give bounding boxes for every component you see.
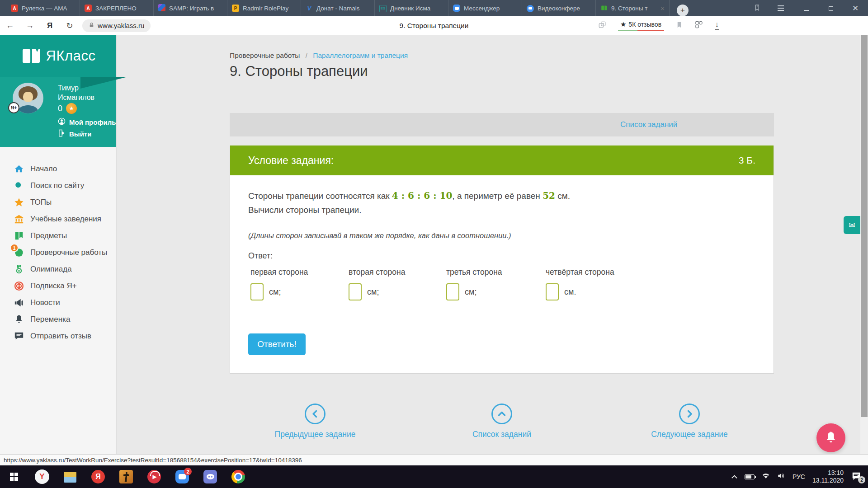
scrollbar-thumb[interactable]	[861, 35, 868, 417]
exercise-number-circle[interactable]	[472, 117, 486, 132]
answer-input[interactable]	[349, 283, 362, 300]
tab-favicon: P	[232, 5, 243, 12]
taskbar-app[interactable]	[112, 465, 140, 488]
browser-tab[interactable]: V Донат - Namals	[301, 0, 375, 16]
battery-icon[interactable]	[745, 474, 755, 479]
exercise-number-circle[interactable]	[573, 117, 588, 132]
volume-icon[interactable]	[777, 472, 785, 481]
taskbar-app[interactable]: 2	[168, 465, 196, 488]
sidebar-menu-item[interactable]: Я+ Подписка Я+	[0, 277, 116, 294]
browser-tab[interactable]: ES Дневник Исма	[375, 0, 448, 16]
browser-tab[interactable]: A ЗАКРЕПЛЕНО	[80, 0, 154, 16]
reload-button[interactable]: ↻	[60, 21, 80, 31]
task-text: Стороны трапеции соотносятся как 4 : 6 :…	[248, 189, 745, 217]
exercise-number-circle[interactable]	[451, 117, 466, 132]
profile-link[interactable]: Мой профиль	[58, 117, 116, 127]
exercise-number-circle[interactable]	[248, 117, 263, 132]
tab-actions-icon[interactable]	[598, 21, 606, 31]
taskbar-app[interactable]	[56, 465, 84, 488]
sidebar-menu-item[interactable]: Переменка	[0, 311, 116, 328]
exercise-number-circle[interactable]	[492, 117, 507, 132]
answer-input[interactable]	[446, 283, 459, 300]
yaklass-logo[interactable]: ЯКласс	[0, 35, 116, 77]
wifi-icon[interactable]	[762, 472, 770, 481]
page-title: 9. Стороны трапеции	[400, 22, 469, 30]
browser-tab[interactable]: Видеоконфере	[522, 0, 596, 16]
taskbar-app[interactable]	[140, 465, 168, 488]
taskbar-app[interactable]	[0, 465, 28, 488]
sidebar-menu-item[interactable]: 1 Проверочные работы	[0, 244, 116, 261]
sidebar: ЯКласс Я+ Тимур Исмагилов 0 Мой профиль …	[0, 35, 117, 465]
notifications-bell-button[interactable]	[816, 423, 845, 452]
sidebar-menu-item[interactable]: Олимпиада	[0, 261, 116, 277]
browser-tab[interactable]: SAMP: Играть в	[154, 0, 227, 16]
exercise-number-circle[interactable]	[533, 117, 547, 132]
sidebar-menu-item[interactable]: Поиск по сайту	[0, 177, 116, 194]
url-field[interactable]: www.yaklass.ru	[82, 19, 151, 32]
answer-input[interactable]	[546, 283, 559, 300]
exercise-number-circle[interactable]	[329, 117, 344, 132]
bottom-nav-chevron-icon[interactable]	[679, 404, 700, 424]
answer-input[interactable]	[250, 283, 264, 300]
task-list-link[interactable]: Список заданий	[620, 120, 677, 129]
breadcrumb-parent[interactable]: Проверочные работы	[230, 52, 300, 59]
sidebar-menu-item[interactable]: Новости	[0, 294, 116, 311]
browser-tab[interactable]: 9. Стороны т ×	[596, 0, 670, 16]
bottom-nav-chevron-icon[interactable]	[491, 404, 512, 424]
bottom-nav-item[interactable]: Список заданий	[452, 404, 552, 439]
feedback-mail-tab[interactable]	[844, 216, 860, 234]
bookmark-icon[interactable]	[676, 21, 683, 31]
tray-expand-icon[interactable]	[731, 475, 737, 481]
exercise-number-circle[interactable]	[431, 117, 446, 132]
taskbar-app[interactable]	[196, 465, 224, 488]
sidebar-menu-item[interactable]: ТОПы	[0, 194, 116, 211]
page-scrollbar[interactable]	[860, 35, 868, 465]
restore-button[interactable]	[822, 0, 840, 16]
logout-link[interactable]: Выйти	[58, 129, 91, 138]
bottom-nav-item[interactable]: Следующее задание	[640, 404, 739, 439]
lock-icon	[89, 22, 94, 30]
browser-tab[interactable]: A Рулетка — АМА	[6, 0, 80, 16]
collections-icon[interactable]	[694, 20, 703, 31]
bottom-nav-chevron-icon[interactable]	[305, 404, 326, 424]
action-center-icon[interactable]: 2	[851, 471, 863, 482]
exercise-number-circle[interactable]	[309, 117, 324, 132]
breadcrumb-current-link[interactable]: Параллелограмм и трапеция	[313, 52, 408, 59]
browser-menu-icon[interactable]	[772, 0, 790, 16]
yandex-logo-icon[interactable]: Я	[40, 21, 60, 30]
exercise-number-circle[interactable]	[349, 117, 364, 132]
taskbar-app[interactable]	[28, 465, 56, 488]
tab-title: Дневник Исма	[390, 5, 443, 12]
sidebar-menu-item[interactable]: Предметы	[0, 227, 116, 244]
browser-tab[interactable]: Мессенджер	[448, 0, 522, 16]
keyboard-language[interactable]: РУС	[793, 473, 805, 480]
taskbar-app[interactable]	[224, 465, 252, 488]
back-button[interactable]: ←	[0, 21, 20, 30]
taskbar-clock[interactable]: 13:10 13.11.2020	[812, 469, 844, 484]
exercise-number-circle[interactable]	[268, 117, 283, 132]
exercise-number-circle[interactable]	[370, 117, 385, 132]
taskbar-app[interactable]	[84, 465, 112, 488]
exercise-number-circle[interactable]	[288, 117, 303, 132]
bottom-nav-item[interactable]: Предыдущее задание	[265, 404, 365, 439]
close-window-button[interactable]: ✕	[846, 0, 864, 16]
sidebar-menu-item[interactable]: Учебные заведения	[0, 211, 116, 227]
tab-close-icon[interactable]: ×	[660, 5, 665, 12]
downloads-icon[interactable]: ↓	[715, 21, 719, 30]
exercise-number-circle[interactable]	[410, 117, 425, 132]
sidebar-menu-item[interactable]: Отправить отзыв	[0, 328, 116, 344]
yaklass-books-icon	[21, 47, 42, 65]
answer-field-group: третья сторона см;	[446, 267, 502, 300]
panel-toggle-icon[interactable]	[748, 0, 766, 16]
sidebar-menu-item[interactable]: Начало	[0, 160, 116, 177]
exercise-number-circle[interactable]	[553, 117, 568, 132]
minimize-button[interactable]	[797, 0, 815, 16]
new-tab-button[interactable]	[677, 5, 689, 16]
site-reviews[interactable]: 5К отзывов	[618, 20, 664, 31]
exercise-number-circle[interactable]	[390, 117, 405, 132]
exercise-number-circle[interactable]	[512, 117, 527, 132]
browser-tab[interactable]: P Radmir RolePlay	[227, 0, 301, 16]
exercise-number-circle[interactable]	[594, 117, 609, 132]
forward-button[interactable]: →	[20, 21, 40, 30]
submit-button[interactable]: Ответить!	[248, 333, 306, 355]
